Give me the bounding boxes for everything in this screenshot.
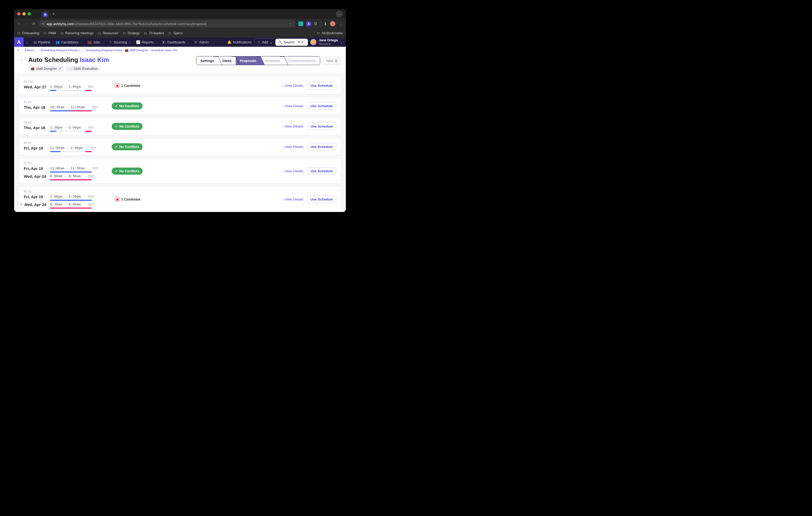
status-conflict: ▦1 Candidate: [112, 195, 144, 203]
nav-dashboards[interactable]: ◧Dashboards⌄: [160, 37, 192, 47]
bookmark-item[interactable]: 🗀TA leaders: [144, 31, 164, 35]
page-back-button[interactable]: ←: [19, 57, 26, 63]
conflict-badge-icon: ▦: [115, 197, 120, 202]
user-menu[interactable]: Jane Ortega Nocobird ⌄: [310, 39, 343, 45]
day-label: Fri, Apr 19: [24, 146, 46, 150]
view-details-link[interactable]: ›View Details: [283, 169, 303, 173]
admin-icon: ⚙: [194, 40, 198, 44]
url-path: /schedules/64247023-330e-44c8-9f98-76e7b…: [74, 22, 207, 26]
use-schedule-button[interactable]: Use Schedule: [307, 195, 336, 203]
chip-stage[interactable]: →| Skills Evaluation: [66, 66, 100, 72]
chip-job[interactable]: 💼 Staff Designer ↗: [28, 66, 64, 72]
user-avatar: [310, 39, 317, 45]
nav-admin[interactable]: ⚙Admin: [192, 37, 211, 47]
proposal-card: IN 2DFri, Apr 1911:00am—2:00pmPDT✓No Con…: [19, 138, 341, 155]
close-window-button[interactable]: [17, 12, 21, 16]
proposal-card: IN 2DFri, Apr 1911:00am—11:30amPDTWed, A…: [19, 158, 341, 184]
breadcrumb-link[interactable]: Scheduling Request Priority L…: [40, 49, 83, 52]
new-tab-button[interactable]: +: [52, 11, 55, 17]
bookmark-item[interactable]: 🗀Strategy: [123, 31, 140, 35]
pipeline-icon: ▤: [33, 40, 37, 44]
breadcrumb-link[interactable]: Scheduling Request Forms: [86, 49, 122, 52]
page-header: ← Auto Scheduling Isaac Kim 💼 Staff Desi…: [14, 54, 346, 74]
window-controls: [17, 12, 31, 16]
url-input[interactable]: ⚙ app.ashbyhq.com/schedules/64247023-330…: [38, 20, 295, 27]
bookmark-star-icon[interactable]: ☆: [289, 22, 292, 26]
view-details-link[interactable]: ›View Details: [283, 104, 303, 108]
use-schedule-button[interactable]: Use Schedule: [307, 167, 336, 175]
site-info-icon[interactable]: ⚙: [41, 22, 45, 26]
chevron-right-icon: ›: [283, 84, 284, 88]
nav-jobs[interactable]: 💼Jobs⌄: [85, 37, 107, 47]
all-bookmarks-button[interactable]: 🗀All Bookmarks: [317, 31, 343, 35]
extension-icon-ashby[interactable]: A: [306, 22, 311, 26]
reload-button[interactable]: ⟳: [32, 22, 35, 26]
forward-button[interactable]: →: [25, 22, 29, 26]
breadcrumb-link[interactable]: Staff Designer: [129, 49, 148, 52]
reports-icon: 📈: [136, 40, 140, 44]
relative-time: IN 1D: [24, 100, 102, 103]
status-no-conflicts: ✓No Conflicts: [112, 102, 143, 110]
bookmark-item[interactable]: 🗀Resources: [98, 31, 118, 35]
search-kbd: ⌘+K: [296, 40, 305, 44]
wizard-stepper: SettingsDatesProposalsScheduleCommunicat…: [196, 56, 320, 65]
app-logo[interactable]: A: [14, 37, 24, 47]
history-icon[interactable]: ↺: [17, 48, 19, 52]
app-topnav: A ⌂ ▤Pipeline👥Candidates⌄💼Jobs⌄⇪Sourcing…: [14, 37, 346, 47]
home-icon-button[interactable]: ⌂: [24, 37, 31, 47]
add-button[interactable]: ＋ Add ⌄: [254, 38, 276, 46]
nav-pipeline[interactable]: ▤Pipeline: [31, 37, 53, 47]
next-button[interactable]: Next i: [323, 57, 341, 65]
nav-reports[interactable]: 📈Reports⌄: [134, 37, 160, 47]
timeline-bar: [50, 90, 92, 91]
toolbar-right: A ⧉ ⬇ ⋮: [298, 21, 343, 26]
bookmark-item[interactable]: 🗀Recurring meetings: [60, 31, 94, 35]
chevron-down-icon: ⌄: [102, 41, 104, 44]
extension-icon-1[interactable]: [298, 22, 303, 26]
search-button[interactable]: 🔍 Search ⌘+K: [276, 39, 308, 46]
back-button[interactable]: ←: [17, 22, 22, 26]
relative-time: IN 24H: [24, 80, 102, 83]
proposal-card: IN 1DThu, Apr 181:30pm—5:00pmPDT✓No Conf…: [19, 117, 341, 135]
page-title: Auto Scheduling Isaac Kim: [28, 56, 109, 63]
profile-avatar[interactable]: [330, 21, 336, 26]
url-host: app.ashbyhq.com: [47, 22, 74, 26]
folder-icon: 🗀: [44, 31, 47, 35]
nav-candidates[interactable]: 👥Candidates⌄: [53, 37, 85, 47]
bookmark-item[interactable]: 🗀Onboarding: [17, 31, 39, 35]
view-details-link[interactable]: ›View Details: [283, 145, 303, 149]
chevron-right-icon: ›: [283, 169, 284, 173]
view-details-link[interactable]: ›View Details: [283, 84, 303, 88]
view-details-link[interactable]: ›View Details: [283, 124, 303, 128]
maximize-window-button[interactable]: [28, 12, 31, 16]
folder-icon: 🗀: [60, 31, 64, 35]
bookmark-item[interactable]: 🗀Specs: [169, 31, 182, 35]
candidate-name-link[interactable]: Isaac Kim: [80, 56, 109, 63]
use-schedule-button[interactable]: Use Schedule: [307, 82, 336, 89]
browser-tab-active[interactable]: A: [41, 11, 49, 19]
minimize-window-button[interactable]: [23, 12, 26, 16]
breadcrumb-more[interactable]: 4 More...: [25, 49, 36, 52]
use-schedule-button[interactable]: Use Schedule: [307, 143, 336, 151]
step-proposals[interactable]: Proposals: [236, 57, 261, 65]
notifications-button[interactable]: 🔔 Notifications: [225, 37, 254, 47]
day-row: Fri, Apr 1911:00am—2:00pmPDT: [24, 146, 102, 152]
use-schedule-button[interactable]: Use Schedule: [307, 123, 336, 130]
step-settings[interactable]: Settings: [197, 57, 218, 65]
use-schedule-button[interactable]: Use Schedule: [307, 102, 336, 110]
proposal-card: IN 2DFri, Apr 192:00pm—2:30pmPDTWed, Apr…: [19, 186, 341, 212]
nav-sourcing[interactable]: ⇪Sourcing⌄: [107, 37, 133, 47]
time-range: 11:00am—11:30amPDT: [50, 166, 98, 171]
help-button[interactable]: ?: [18, 202, 25, 208]
tab-overflow-button[interactable]: ⌄: [336, 10, 343, 17]
extensions-icon[interactable]: ⧉: [314, 22, 317, 26]
downloads-icon[interactable]: ⬇: [324, 22, 327, 26]
bookmark-item[interactable]: 🗀PMM: [44, 31, 56, 35]
time-range: 8:30am—9:00amPDT: [50, 202, 94, 207]
timeline-bar: [50, 151, 92, 152]
breadcrumb-link[interactable]: Schedule Isaac Kim: [151, 49, 178, 52]
timeline-bar: [50, 131, 92, 132]
view-details-link[interactable]: ›View Details: [283, 198, 303, 201]
briefcase-icon: 💼: [125, 49, 128, 52]
kebab-menu-icon[interactable]: ⋮: [339, 22, 343, 26]
